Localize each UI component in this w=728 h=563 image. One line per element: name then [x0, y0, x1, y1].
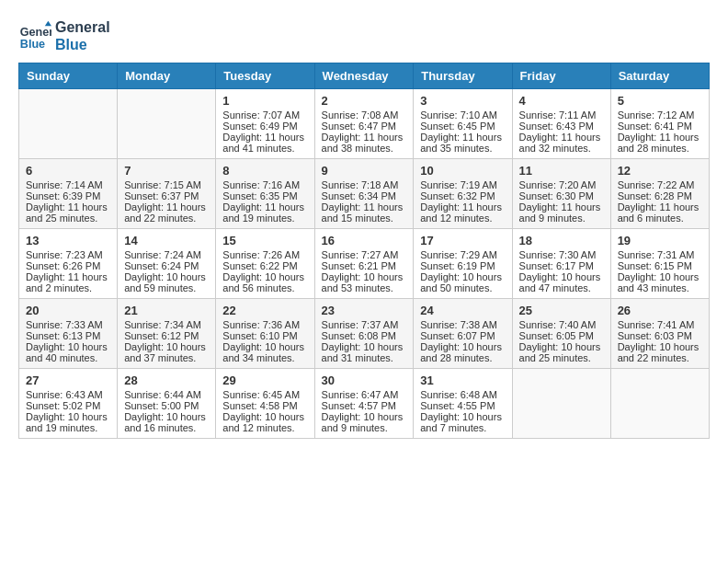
day-info: Sunset: 6:24 PM — [124, 260, 209, 271]
day-number: 25 — [519, 304, 604, 317]
day-info: Sunrise: 7:15 AM — [124, 179, 209, 190]
day-info: Sunrise: 6:47 AM — [322, 389, 407, 400]
day-number: 22 — [222, 304, 307, 317]
day-number: 7 — [124, 164, 209, 178]
day-number: 12 — [618, 164, 702, 178]
calendar-cell: 27Sunrise: 6:43 AMSunset: 5:02 PMDayligh… — [19, 369, 118, 439]
day-info: Sunset: 6:35 PM — [222, 190, 307, 201]
day-info: Daylight: 10 hours and 34 minutes. — [222, 341, 307, 363]
day-info: Daylight: 10 hours and 56 minutes. — [222, 271, 307, 293]
day-number: 21 — [124, 304, 209, 317]
day-info: Sunset: 6:30 PM — [519, 190, 604, 201]
calendar-cell: 19Sunrise: 7:31 AMSunset: 6:15 PMDayligh… — [610, 229, 709, 299]
day-info: Sunset: 6:43 PM — [519, 121, 604, 132]
calendar-cell: 18Sunrise: 7:30 AMSunset: 6:17 PMDayligh… — [512, 229, 610, 299]
day-info: Daylight: 11 hours and 19 minutes. — [222, 201, 307, 224]
calendar-cell: 30Sunrise: 6:47 AMSunset: 4:57 PMDayligh… — [314, 369, 414, 439]
calendar-cell: 16Sunrise: 7:27 AMSunset: 6:21 PMDayligh… — [314, 229, 414, 299]
calendar-week-row: 27Sunrise: 6:43 AMSunset: 5:02 PMDayligh… — [19, 369, 710, 439]
calendar-cell: 6Sunrise: 7:14 AMSunset: 6:39 PMDaylight… — [19, 159, 118, 229]
day-info: Daylight: 10 hours and 47 minutes. — [519, 271, 604, 293]
calendar-cell: 13Sunrise: 7:23 AMSunset: 6:26 PMDayligh… — [19, 229, 118, 299]
col-header-saturday: Saturday — [610, 63, 709, 89]
day-info: Daylight: 10 hours and 22 minutes. — [618, 341, 702, 363]
day-number: 17 — [420, 234, 505, 247]
day-info: Sunset: 6:45 PM — [420, 121, 505, 132]
day-info: Daylight: 11 hours and 2 minutes. — [26, 271, 110, 293]
calendar-table: SundayMondayTuesdayWednesdayThursdayFrid… — [18, 63, 710, 439]
day-info: Sunrise: 7:20 AM — [519, 179, 604, 190]
calendar-week-row: 13Sunrise: 7:23 AMSunset: 6:26 PMDayligh… — [19, 229, 710, 299]
day-info: Daylight: 11 hours and 35 minutes. — [420, 132, 505, 154]
day-number: 1 — [222, 94, 307, 108]
day-info: Sunrise: 7:11 AM — [519, 109, 604, 121]
calendar-cell: 29Sunrise: 6:45 AMSunset: 4:58 PMDayligh… — [216, 369, 314, 439]
day-info: Daylight: 11 hours and 15 minutes. — [322, 201, 407, 224]
day-info: Sunset: 6:05 PM — [519, 330, 604, 341]
day-info: Sunset: 6:34 PM — [322, 190, 407, 201]
day-info: Sunrise: 7:40 AM — [519, 319, 604, 330]
calendar-cell: 21Sunrise: 7:34 AMSunset: 6:12 PMDayligh… — [118, 299, 216, 369]
day-info: Daylight: 10 hours and 50 minutes. — [420, 271, 505, 293]
day-info: Sunset: 6:41 PM — [618, 121, 702, 132]
day-number: 28 — [124, 373, 209, 387]
day-number: 10 — [420, 164, 505, 178]
day-info: Sunrise: 6:48 AM — [420, 389, 505, 400]
day-info: Daylight: 11 hours and 28 minutes. — [618, 132, 702, 154]
day-info: Daylight: 10 hours and 7 minutes. — [420, 411, 505, 433]
calendar-cell: 22Sunrise: 7:36 AMSunset: 6:10 PMDayligh… — [216, 299, 314, 369]
day-number: 5 — [618, 94, 702, 108]
day-info: Sunrise: 7:36 AM — [222, 319, 307, 330]
day-number: 14 — [124, 234, 209, 247]
calendar-cell: 4Sunrise: 7:11 AMSunset: 6:43 PMDaylight… — [512, 89, 610, 159]
day-info: Daylight: 10 hours and 28 minutes. — [420, 341, 505, 363]
day-info: Daylight: 10 hours and 12 minutes. — [222, 411, 307, 433]
day-info: Sunset: 6:07 PM — [420, 330, 505, 341]
day-number: 15 — [222, 234, 307, 247]
calendar-cell: 3Sunrise: 7:10 AMSunset: 6:45 PMDaylight… — [414, 89, 512, 159]
day-info: Sunset: 6:26 PM — [26, 260, 110, 271]
calendar-cell: 11Sunrise: 7:20 AMSunset: 6:30 PMDayligh… — [512, 159, 610, 229]
day-info: Sunrise: 7:08 AM — [322, 109, 407, 121]
day-info: Daylight: 11 hours and 12 minutes. — [420, 201, 505, 224]
day-info: Sunset: 5:02 PM — [26, 400, 110, 411]
day-number: 9 — [322, 164, 407, 178]
day-number: 8 — [222, 164, 307, 178]
col-header-thursday: Thursday — [414, 63, 512, 89]
day-number: 29 — [222, 373, 307, 387]
day-info: Sunset: 6:49 PM — [222, 121, 307, 132]
logo-icon: General Blue — [18, 19, 51, 52]
day-info: Daylight: 11 hours and 25 minutes. — [26, 201, 110, 224]
col-header-sunday: Sunday — [19, 63, 118, 89]
logo: General Blue General Blue — [18, 18, 110, 53]
day-number: 31 — [420, 373, 505, 387]
page-header: General Blue General Blue — [18, 18, 710, 53]
day-info: Daylight: 10 hours and 43 minutes. — [618, 271, 702, 293]
day-info: Daylight: 11 hours and 32 minutes. — [519, 132, 604, 154]
calendar-cell: 23Sunrise: 7:37 AMSunset: 6:08 PMDayligh… — [314, 299, 414, 369]
day-number: 4 — [519, 94, 604, 108]
day-number: 16 — [322, 234, 407, 247]
day-info: Sunrise: 7:23 AM — [26, 249, 110, 260]
day-number: 27 — [26, 373, 110, 387]
svg-text:Blue: Blue — [20, 38, 45, 51]
day-info: Sunset: 4:55 PM — [420, 400, 505, 411]
calendar-cell — [118, 89, 216, 159]
calendar-cell — [610, 369, 709, 439]
calendar-cell: 12Sunrise: 7:22 AMSunset: 6:28 PMDayligh… — [610, 159, 709, 229]
day-info: Sunrise: 6:44 AM — [124, 389, 209, 400]
day-info: Daylight: 11 hours and 38 minutes. — [322, 132, 407, 154]
calendar-cell: 17Sunrise: 7:29 AMSunset: 6:19 PMDayligh… — [414, 229, 512, 299]
day-number: 3 — [420, 94, 505, 108]
day-info: Sunrise: 6:45 AM — [222, 389, 307, 400]
day-number: 18 — [519, 234, 604, 247]
day-info: Sunrise: 7:34 AM — [124, 319, 209, 330]
day-info: Daylight: 11 hours and 22 minutes. — [124, 201, 209, 224]
calendar-cell: 31Sunrise: 6:48 AMSunset: 4:55 PMDayligh… — [414, 369, 512, 439]
calendar-cell: 9Sunrise: 7:18 AMSunset: 6:34 PMDaylight… — [314, 159, 414, 229]
day-info: Sunrise: 7:30 AM — [519, 249, 604, 260]
col-header-tuesday: Tuesday — [216, 63, 314, 89]
day-info: Sunset: 6:17 PM — [519, 260, 604, 271]
svg-marker-2 — [45, 21, 51, 26]
day-info: Sunrise: 7:29 AM — [420, 249, 505, 260]
